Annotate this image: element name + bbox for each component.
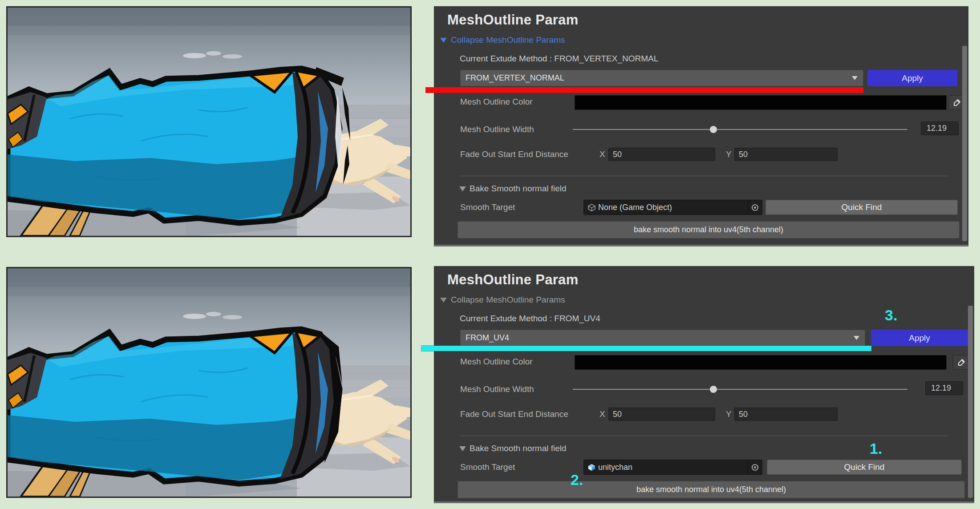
panel-scrollbar[interactable] — [968, 306, 973, 498]
extrude-method-dropdown[interactable]: FROM_UV4 — [460, 330, 865, 346]
smooth-outline-overlay — [8, 268, 410, 497]
dropdown-value: FROM_UV4 — [461, 333, 848, 343]
outline-width-slider[interactable] — [573, 122, 907, 137]
fade-y-label: Y — [726, 149, 732, 159]
apply-button[interactable]: Apply — [871, 330, 968, 346]
bake-section-foldout[interactable]: Bake Smooth normal field — [459, 184, 567, 194]
bake-section-label: Bake Smooth normal field — [470, 444, 567, 453]
scrollbar-thumb[interactable] — [968, 306, 973, 498]
foldout-triangle-icon — [440, 37, 447, 43]
extrude-method-dropdown[interactable]: FROM_VERTEX_NORMAL — [460, 70, 863, 86]
apply-button[interactable]: Apply — [867, 70, 957, 86]
scene-preview-uv4 — [6, 267, 412, 498]
section-divider — [460, 176, 948, 176]
outline-color-label: Mesh Outline Color — [460, 97, 533, 107]
red-underline-annotation — [425, 87, 863, 93]
eyedropper-icon — [953, 99, 961, 107]
game-object-icon — [587, 203, 596, 212]
foldout-triangle-icon — [459, 186, 466, 191]
step-2-annotation: 2. — [571, 471, 583, 489]
quick-find-button[interactable]: Quick Find — [767, 460, 962, 475]
prefab-cube-icon — [587, 463, 596, 472]
foldout-triangle-icon — [440, 297, 447, 303]
scrollbar-thumb[interactable] — [962, 46, 967, 241]
step-1-annotation: 1. — [870, 440, 882, 457]
foldout-triangle-icon — [459, 446, 466, 451]
fade-y-input[interactable]: 50 — [734, 408, 838, 421]
collapse-label: Collapse MeshOutline Params — [451, 35, 565, 45]
slider-knob[interactable] — [710, 386, 717, 393]
fade-x-input[interactable]: 50 — [608, 408, 715, 421]
slider-knob[interactable] — [710, 126, 717, 133]
page: MeshOutline Param Collapse MeshOutline P… — [0, 0, 980, 509]
smooth-target-value: None (Game Object) — [596, 203, 748, 212]
mesh-outline-color-swatch[interactable] — [575, 355, 947, 370]
outline-width-label: Mesh Outline Width — [460, 125, 534, 134]
chevron-down-icon — [846, 76, 863, 80]
smooth-target-object-field[interactable]: None (Game Object) — [583, 200, 762, 215]
fade-distance-label: Fade Out Start End Distance — [460, 149, 568, 159]
panel-scrollbar[interactable] — [962, 46, 967, 241]
outline-width-slider[interactable] — [573, 382, 907, 396]
outline-color-label: Mesh Outline Color — [460, 357, 533, 367]
collapse-foldout[interactable]: Collapse MeshOutline Params — [440, 35, 565, 45]
target-circle-icon — [751, 464, 759, 471]
collapse-label: Collapse MeshOutline Params — [451, 295, 565, 305]
fade-y-label: Y — [726, 409, 732, 419]
fade-y-input[interactable]: 50 — [734, 148, 838, 161]
outline-width-label: Mesh Outline Width — [460, 384, 534, 394]
collapse-foldout[interactable]: Collapse MeshOutline Params — [440, 295, 565, 305]
page-title: MeshOutline Param — [447, 12, 579, 28]
broken-outline-overlay — [8, 8, 410, 236]
fade-x-label: X — [599, 409, 605, 419]
eyedropper-button[interactable] — [953, 355, 969, 370]
bake-section-foldout[interactable]: Bake Smooth normal field — [459, 444, 567, 453]
cyan-underline-annotation — [421, 346, 871, 351]
slider-track[interactable] — [573, 129, 907, 130]
outline-width-value[interactable]: 12.19 — [921, 121, 959, 135]
bake-section-label: Bake Smooth normal field — [470, 184, 567, 194]
smooth-target-label: Smooth Target — [460, 462, 515, 472]
chevron-down-icon — [848, 336, 865, 340]
step-3-annotation: 3. — [885, 307, 897, 324]
inspector-panel-uv4: MeshOutline Param Collapse MeshOutline P… — [434, 266, 974, 503]
object-picker-button[interactable] — [748, 200, 762, 214]
fade-distance-label: Fade Out Start End Distance — [460, 409, 568, 419]
mesh-outline-color-swatch[interactable] — [575, 95, 947, 110]
bake-smooth-normal-button[interactable]: bake smooth normal into uv4(5th channel) — [458, 221, 960, 238]
section-divider — [460, 436, 948, 436]
fade-x-input[interactable]: 50 — [608, 148, 715, 161]
quick-find-button[interactable]: Quick Find — [765, 200, 958, 215]
current-method-label: Current Extude Method : FROM_UV4 — [460, 314, 600, 323]
eyedropper-icon — [957, 359, 965, 367]
dropdown-value: FROM_VERTEX_NORMAL — [461, 73, 846, 83]
fade-x-label: X — [599, 149, 605, 159]
smooth-target-label: Smooth Target — [460, 202, 515, 212]
target-circle-icon — [751, 204, 759, 211]
smooth-target-value: unitychan — [596, 463, 748, 472]
inspector-panel-vertex-normal: MeshOutline Param Collapse MeshOutline P… — [434, 6, 968, 246]
outline-width-value[interactable]: 12.19 — [925, 381, 963, 395]
object-picker-button[interactable] — [748, 460, 762, 474]
bake-smooth-normal-button[interactable]: bake smooth normal into uv4(5th channel) — [458, 481, 965, 498]
scene-preview-vertex-normal — [6, 6, 412, 237]
slider-track[interactable] — [573, 389, 907, 390]
current-method-label: Current Extude Method : FROM_VERTEX_NORM… — [460, 54, 658, 64]
smooth-target-object-field[interactable]: unitychan — [583, 460, 762, 475]
page-title: MeshOutline Param — [447, 272, 579, 288]
